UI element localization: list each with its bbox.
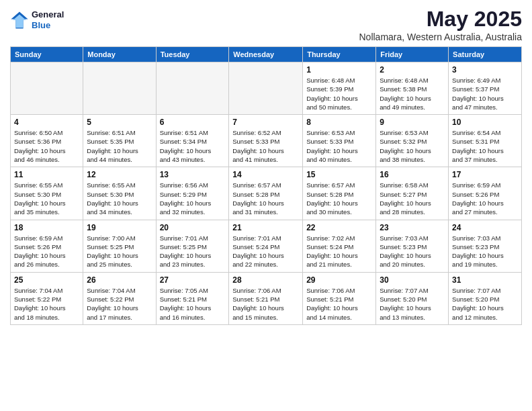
logo-blue: Blue	[32, 20, 64, 31]
day-number: 7	[232, 118, 299, 127]
logo: General Blue	[10, 9, 64, 30]
day-number: 28	[232, 275, 299, 285]
day-info: Sunrise: 7:01 AM Sunset: 5:25 PM Dayligh…	[160, 234, 226, 269]
day-info: Sunrise: 6:59 AM Sunset: 5:26 PM Dayligh…	[14, 234, 79, 269]
calendar-cell	[83, 62, 156, 115]
calendar-cell: 16Sunrise: 6:58 AM Sunset: 5:27 PM Dayli…	[376, 167, 449, 220]
day-number: 12	[87, 170, 152, 179]
calendar-cell: 27Sunrise: 7:05 AM Sunset: 5:21 PM Dayli…	[156, 272, 229, 324]
weekday-header-row: SundayMondayTuesdayWednesdayThursdayFrid…	[11, 47, 522, 62]
day-info: Sunrise: 7:04 AM Sunset: 5:22 PM Dayligh…	[14, 286, 79, 322]
day-info: Sunrise: 6:55 AM Sunset: 5:30 PM Dayligh…	[87, 181, 152, 216]
calendar-cell: 13Sunrise: 6:56 AM Sunset: 5:29 PM Dayli…	[156, 167, 229, 220]
title-area: May 2025 Nollamara, Western Australia, A…	[359, 7, 522, 42]
day-info: Sunrise: 7:01 AM Sunset: 5:24 PM Dayligh…	[232, 234, 299, 269]
calendar-cell: 25Sunrise: 7:04 AM Sunset: 5:22 PM Dayli…	[11, 272, 83, 324]
day-info: Sunrise: 6:50 AM Sunset: 5:36 PM Dayligh…	[14, 128, 79, 164]
day-number: 24	[452, 223, 518, 232]
day-number: 1	[306, 65, 372, 75]
calendar-cell: 30Sunrise: 7:07 AM Sunset: 5:20 PM Dayli…	[376, 272, 449, 324]
day-number: 30	[380, 275, 445, 285]
calendar-cell: 28Sunrise: 7:06 AM Sunset: 5:21 PM Dayli…	[229, 272, 303, 324]
weekday-header-sunday: Sunday	[11, 47, 83, 62]
calendar-cell: 26Sunrise: 7:04 AM Sunset: 5:22 PM Dayli…	[83, 272, 156, 324]
calendar-cell: 31Sunrise: 7:07 AM Sunset: 5:20 PM Dayli…	[449, 272, 522, 324]
week-row-2: 4Sunrise: 6:50 AM Sunset: 5:36 PM Daylig…	[11, 115, 522, 167]
day-number: 20	[160, 223, 226, 232]
day-info: Sunrise: 6:48 AM Sunset: 5:39 PM Dayligh…	[306, 76, 372, 111]
weekday-header-friday: Friday	[376, 47, 449, 62]
calendar-cell: 7Sunrise: 6:52 AM Sunset: 5:33 PM Daylig…	[229, 115, 303, 167]
calendar-cell: 17Sunrise: 6:59 AM Sunset: 5:26 PM Dayli…	[449, 167, 522, 220]
day-number: 8	[306, 118, 372, 127]
weekday-header-monday: Monday	[83, 47, 156, 62]
day-number: 23	[380, 223, 445, 232]
calendar-cell: 2Sunrise: 6:48 AM Sunset: 5:38 PM Daylig…	[376, 62, 449, 115]
day-info: Sunrise: 6:51 AM Sunset: 5:35 PM Dayligh…	[87, 128, 152, 164]
day-number: 6	[160, 118, 226, 127]
calendar-cell: 12Sunrise: 6:55 AM Sunset: 5:30 PM Dayli…	[83, 167, 156, 220]
day-info: Sunrise: 7:00 AM Sunset: 5:25 PM Dayligh…	[87, 234, 152, 269]
day-number: 10	[452, 118, 518, 127]
calendar-cell: 29Sunrise: 7:06 AM Sunset: 5:21 PM Dayli…	[303, 272, 376, 324]
day-info: Sunrise: 7:07 AM Sunset: 5:20 PM Dayligh…	[380, 286, 445, 322]
day-number: 27	[160, 275, 226, 285]
day-info: Sunrise: 6:52 AM Sunset: 5:33 PM Dayligh…	[232, 128, 299, 164]
day-number: 22	[306, 223, 372, 232]
weekday-header-thursday: Thursday	[303, 47, 376, 62]
week-row-1: 1Sunrise: 6:48 AM Sunset: 5:39 PM Daylig…	[11, 62, 522, 115]
day-number: 21	[232, 223, 299, 232]
header: General Blue May 2025 Nollamara, Western…	[10, 7, 522, 42]
day-number: 17	[452, 170, 518, 179]
calendar-cell: 22Sunrise: 7:02 AM Sunset: 5:24 PM Dayli…	[303, 220, 376, 272]
day-number: 2	[380, 65, 445, 75]
day-number: 25	[14, 275, 79, 285]
day-info: Sunrise: 7:02 AM Sunset: 5:24 PM Dayligh…	[306, 234, 372, 269]
calendar-cell	[11, 62, 83, 115]
calendar-cell: 24Sunrise: 7:03 AM Sunset: 5:23 PM Dayli…	[449, 220, 522, 272]
day-info: Sunrise: 6:55 AM Sunset: 5:30 PM Dayligh…	[14, 181, 79, 216]
day-number: 11	[14, 170, 79, 179]
calendar-cell: 20Sunrise: 7:01 AM Sunset: 5:25 PM Dayli…	[156, 220, 229, 272]
day-number: 16	[380, 170, 445, 179]
calendar-cell: 4Sunrise: 6:50 AM Sunset: 5:36 PM Daylig…	[11, 115, 83, 167]
day-number: 29	[306, 275, 372, 285]
day-info: Sunrise: 6:57 AM Sunset: 5:28 PM Dayligh…	[232, 181, 299, 216]
day-info: Sunrise: 7:07 AM Sunset: 5:20 PM Dayligh…	[452, 286, 518, 322]
day-info: Sunrise: 7:03 AM Sunset: 5:23 PM Dayligh…	[380, 234, 445, 269]
calendar-cell: 21Sunrise: 7:01 AM Sunset: 5:24 PM Dayli…	[229, 220, 303, 272]
day-info: Sunrise: 7:03 AM Sunset: 5:23 PM Dayligh…	[452, 234, 518, 269]
weekday-header-tuesday: Tuesday	[156, 47, 229, 62]
week-row-4: 18Sunrise: 6:59 AM Sunset: 5:26 PM Dayli…	[11, 220, 522, 272]
calendar-cell: 10Sunrise: 6:54 AM Sunset: 5:31 PM Dayli…	[449, 115, 522, 167]
calendar-cell: 18Sunrise: 6:59 AM Sunset: 5:26 PM Dayli…	[11, 220, 83, 272]
calendar-cell: 19Sunrise: 7:00 AM Sunset: 5:25 PM Dayli…	[83, 220, 156, 272]
day-info: Sunrise: 7:06 AM Sunset: 5:21 PM Dayligh…	[306, 286, 372, 322]
day-info: Sunrise: 6:48 AM Sunset: 5:38 PM Dayligh…	[380, 76, 445, 111]
weekday-header-saturday: Saturday	[449, 47, 522, 62]
week-row-5: 25Sunrise: 7:04 AM Sunset: 5:22 PM Dayli…	[11, 272, 522, 324]
day-info: Sunrise: 7:06 AM Sunset: 5:21 PM Dayligh…	[232, 286, 299, 322]
day-number: 4	[14, 118, 79, 127]
calendar-cell: 5Sunrise: 6:51 AM Sunset: 5:35 PM Daylig…	[83, 115, 156, 167]
calendar-cell: 9Sunrise: 6:53 AM Sunset: 5:32 PM Daylig…	[376, 115, 449, 167]
month-title: May 2025	[359, 7, 522, 32]
day-number: 15	[306, 170, 372, 179]
calendar-cell: 23Sunrise: 7:03 AM Sunset: 5:23 PM Dayli…	[376, 220, 449, 272]
logo-icon	[10, 11, 29, 30]
day-number: 5	[87, 118, 152, 127]
day-info: Sunrise: 6:59 AM Sunset: 5:26 PM Dayligh…	[452, 181, 518, 216]
calendar-cell: 15Sunrise: 6:57 AM Sunset: 5:28 PM Dayli…	[303, 167, 376, 220]
weekday-header-wednesday: Wednesday	[229, 47, 303, 62]
calendar-cell: 8Sunrise: 6:53 AM Sunset: 5:33 PM Daylig…	[303, 115, 376, 167]
day-info: Sunrise: 6:56 AM Sunset: 5:29 PM Dayligh…	[160, 181, 226, 216]
calendar-cell: 11Sunrise: 6:55 AM Sunset: 5:30 PM Dayli…	[11, 167, 83, 220]
day-info: Sunrise: 7:04 AM Sunset: 5:22 PM Dayligh…	[87, 286, 152, 322]
day-number: 13	[160, 170, 226, 179]
day-number: 19	[87, 223, 152, 232]
calendar-cell: 6Sunrise: 6:51 AM Sunset: 5:34 PM Daylig…	[156, 115, 229, 167]
day-number: 26	[87, 275, 152, 285]
day-info: Sunrise: 6:57 AM Sunset: 5:28 PM Dayligh…	[306, 181, 372, 216]
week-row-3: 11Sunrise: 6:55 AM Sunset: 5:30 PM Dayli…	[11, 167, 522, 220]
day-number: 9	[380, 118, 445, 127]
